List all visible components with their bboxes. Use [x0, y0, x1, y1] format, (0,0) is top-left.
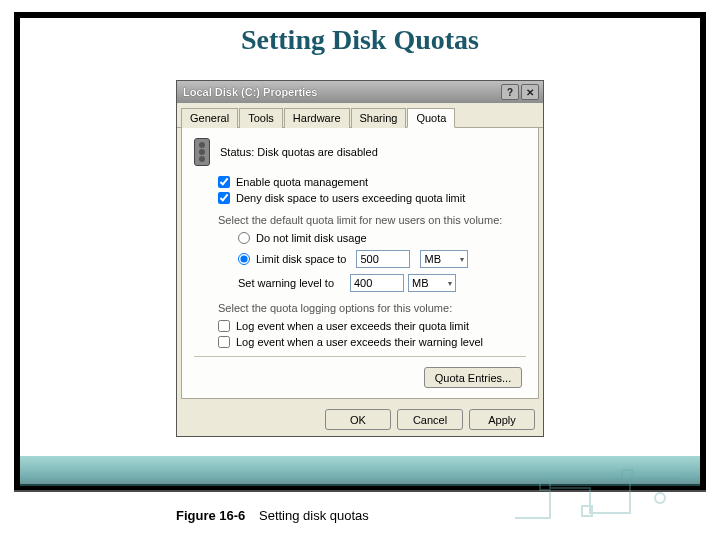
- ok-button[interactable]: OK: [325, 409, 391, 430]
- close-icon: ✕: [526, 87, 534, 98]
- quota-pane: Status: Disk quotas are disabled Enable …: [181, 128, 539, 399]
- help-button[interactable]: ?: [501, 84, 519, 100]
- log-quota-label: Log event when a user exceeds their quot…: [236, 320, 469, 332]
- enable-quota-checkbox[interactable]: [218, 176, 230, 188]
- limit-label: Limit disk space to: [256, 253, 346, 265]
- default-limit-label: Select the default quota limit for new u…: [218, 214, 526, 226]
- window-title: Local Disk (C:) Properties: [183, 86, 499, 98]
- dialog-button-row: OK Cancel Apply: [177, 403, 543, 436]
- tab-general[interactable]: General: [181, 108, 238, 128]
- limit-unit-select[interactable]: MB ▾: [420, 250, 468, 268]
- properties-dialog: Local Disk (C:) Properties ? ✕ General T…: [176, 80, 544, 437]
- limit-radio[interactable]: [238, 253, 250, 265]
- enable-quota-label: Enable quota management: [236, 176, 368, 188]
- help-icon: ?: [507, 87, 513, 98]
- tab-strip: General Tools Hardware Sharing Quota: [177, 103, 543, 128]
- log-quota-checkbox[interactable]: [218, 320, 230, 332]
- circuit-art: [510, 468, 690, 528]
- chevron-down-icon: ▾: [448, 279, 452, 288]
- logging-label: Select the quota logging options for thi…: [218, 302, 526, 314]
- tab-hardware[interactable]: Hardware: [284, 108, 350, 128]
- warning-unit-select[interactable]: MB ▾: [408, 274, 456, 292]
- log-warning-label: Log event when a user exceeds their warn…: [236, 336, 483, 348]
- limit-unit-value: MB: [424, 253, 441, 265]
- tab-sharing[interactable]: Sharing: [351, 108, 407, 128]
- tab-quota[interactable]: Quota: [407, 108, 455, 128]
- figure-caption: Figure 16-6 Setting disk quotas: [176, 508, 369, 523]
- svg-rect-0: [540, 480, 550, 490]
- separator: [194, 356, 526, 357]
- status-text: Status: Disk quotas are disabled: [220, 146, 378, 158]
- traffic-light-icon: [194, 138, 210, 166]
- figure-number: Figure 16-6: [176, 508, 245, 523]
- figure-text: Setting disk quotas: [259, 508, 369, 523]
- warning-label: Set warning level to: [238, 277, 346, 289]
- svg-point-3: [655, 493, 665, 503]
- warning-value-input[interactable]: [350, 274, 404, 292]
- apply-button[interactable]: Apply: [469, 409, 535, 430]
- slide-title: Setting Disk Quotas: [20, 18, 700, 60]
- titlebar[interactable]: Local Disk (C:) Properties ? ✕: [177, 81, 543, 103]
- no-limit-label: Do not limit disk usage: [256, 232, 367, 244]
- limit-value-input[interactable]: [356, 250, 410, 268]
- deny-space-checkbox[interactable]: [218, 192, 230, 204]
- chevron-down-icon: ▾: [460, 255, 464, 264]
- deny-space-label: Deny disk space to users exceeding quota…: [236, 192, 465, 204]
- log-warning-checkbox[interactable]: [218, 336, 230, 348]
- quota-entries-button[interactable]: Quota Entries...: [424, 367, 522, 388]
- close-button[interactable]: ✕: [521, 84, 539, 100]
- cancel-button[interactable]: Cancel: [397, 409, 463, 430]
- tab-tools[interactable]: Tools: [239, 108, 283, 128]
- warning-unit-value: MB: [412, 277, 429, 289]
- no-limit-radio[interactable]: [238, 232, 250, 244]
